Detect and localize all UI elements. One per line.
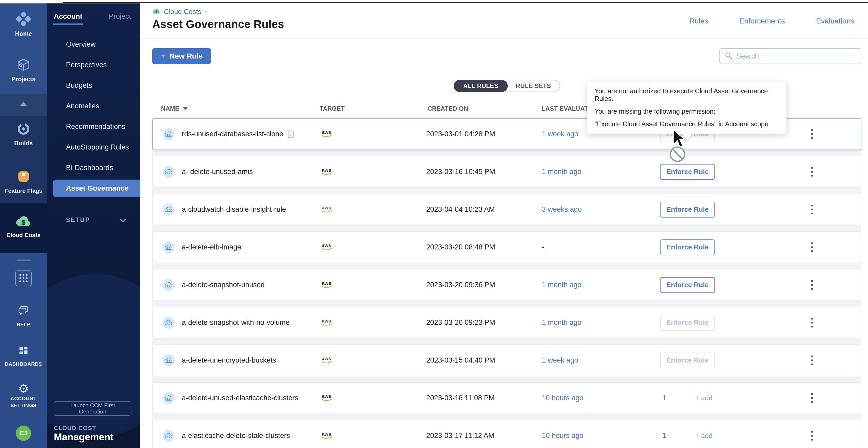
module-switcher-button[interactable] — [0, 270, 47, 286]
table-row[interactable]: a-delete-unused-elasticache-clustersaws2… — [152, 382, 861, 414]
column-header-name[interactable]: NAME — [161, 105, 179, 112]
sidebar-item-perspectives[interactable]: Perspectives — [47, 55, 140, 75]
enforce-rule-button[interactable]: Enforce Rule — [660, 277, 715, 293]
tab-account[interactable]: Account — [54, 12, 82, 21]
sidebar-item-asset-governance[interactable]: Asset Governance — [53, 179, 140, 197]
rule-name-link[interactable]: a-delete-unused-elasticache-clusters — [182, 394, 298, 402]
sidebar-item-autostopping-rules[interactable]: AutoStopping Rules — [47, 137, 140, 158]
rail-item-home[interactable]: Home — [0, 11, 47, 37]
copy-icon[interactable] — [287, 130, 294, 138]
last-evaluation-value: 3 weeks ago — [542, 205, 660, 214]
page-header: $ Cloud Costs › Asset Governance Rules R… — [140, 3, 868, 39]
rail-item-label: Projects — [11, 76, 36, 83]
rail-item-help[interactable]: ? HELP — [0, 305, 47, 328]
kebab-menu-button[interactable] — [808, 127, 815, 142]
sidebar-item-bi-dashboards[interactable]: BI Dashboards — [47, 158, 140, 178]
aws-logo-icon: aws — [319, 393, 333, 404]
sidebar-item-budgets[interactable]: Budgets — [47, 75, 140, 96]
sidebar-item-overview[interactable]: Overview — [47, 34, 140, 55]
cloud-costs-icon: $ — [152, 8, 161, 15]
add-enforcement-link[interactable]: + add — [695, 394, 713, 402]
page-title: Asset Governance Rules — [152, 18, 284, 31]
add-enforcement-link[interactable]: + add — [695, 432, 713, 440]
rule-name-link[interactable]: a-delete-snapshot-with-no-volume — [182, 318, 289, 327]
all-rules-segment[interactable]: ALL RULES — [454, 80, 508, 92]
search-input[interactable] — [736, 52, 856, 60]
enforce-rule-button[interactable]: Enforce Rule — [660, 164, 715, 180]
kebab-menu-button[interactable] — [808, 390, 815, 406]
rule-name-link[interactable]: a-delete-elb-image — [182, 243, 241, 251]
kebab-menu-button[interactable] — [808, 202, 815, 217]
rail-item-cloud-costs[interactable]: $ Cloud Costs — [0, 214, 47, 239]
enforce-rule-button[interactable]: Enforce Rule — [660, 202, 715, 217]
enforce-rule-button[interactable]: Enforce Rule — [660, 239, 715, 255]
rail-item-projects[interactable]: Projects — [0, 58, 47, 83]
rule-name-link[interactable]: a-delete-snapshot-unused — [182, 281, 265, 289]
rule-name-link[interactable]: a-cloudwatch-disable-insight-rule — [182, 205, 286, 214]
table-row[interactable]: a-delete-snapshot-unusedaws2023-03-20 09… — [152, 269, 861, 301]
new-rule-button[interactable]: + New Rule — [152, 48, 211, 64]
tab-rules[interactable]: Rules — [689, 17, 708, 25]
kebab-menu-button[interactable] — [808, 353, 815, 368]
rule-name-link[interactable]: a-delete-unencrypted-buckets — [182, 356, 276, 365]
cloud-dollar-icon: $ — [14, 214, 32, 229]
rail-item-label: Home — [15, 30, 32, 37]
aws-logo-icon: aws — [319, 242, 333, 252]
rail-collapse-button[interactable] — [0, 102, 47, 106]
tab-project[interactable]: Project — [109, 12, 131, 21]
table-row[interactable]: a-delete-elb-imageaws2023-03-20 08:48 PM… — [152, 231, 861, 263]
rule-icon — [163, 204, 175, 216]
rail-item-feature-flags[interactable]: Feature Flags — [0, 169, 47, 194]
table-row[interactable]: a-delete-unencrypted-bucketsaws2023-03-1… — [152, 344, 861, 376]
rule-icon — [163, 317, 175, 329]
kebab-menu-button[interactable] — [808, 277, 815, 292]
launch-ccm-first-gen-button[interactable]: Launch CCM First Generation — [54, 401, 131, 416]
svg-text:aws: aws — [322, 280, 331, 286]
svg-text:aws: aws — [322, 243, 331, 248]
setup-section-toggle[interactable]: SETUP — [47, 214, 140, 226]
rules-table-body: rds-unused-databases-list-cloneaws2023-0… — [152, 118, 861, 448]
created-on-value: 2023-03-20 09:23 PM — [426, 318, 542, 327]
sidebar-item-recommendations[interactable]: Recommendations — [47, 116, 140, 137]
kebab-menu-button[interactable] — [808, 315, 815, 330]
rule-name-link[interactable]: a-elasticache-delete-stale-clusters — [182, 432, 290, 440]
tab-evaluations[interactable]: Evaluations — [816, 17, 854, 25]
table-row[interactable]: a- delete-unused-amisaws2023-03-16 10:45… — [152, 156, 861, 188]
rule-name-link[interactable]: a- delete-unused-amis — [182, 168, 253, 176]
last-evaluation-value: 1 month ago — [542, 281, 660, 289]
table-row[interactable]: a-cloudwatch-disable-insight-ruleaws2023… — [152, 194, 861, 226]
created-on-value: 2023-03-16 10:45 PM — [426, 168, 542, 176]
rule-name-link[interactable]: rds-unused-databases-list-clone — [182, 130, 283, 138]
aws-logo-icon: aws — [319, 129, 333, 139]
table-row[interactable]: a-elasticache-delete-stale-clustersaws20… — [152, 420, 861, 448]
rule-icon — [163, 166, 175, 178]
table-row[interactable]: a-delete-snapshot-with-no-volumeaws2023-… — [152, 307, 861, 339]
last-evaluation-value: 1 month ago — [542, 168, 660, 176]
rail-item-label: HELP — [17, 321, 31, 328]
rail-item-builds[interactable]: Builds — [0, 122, 47, 147]
avatar-initials: CJ — [16, 425, 31, 441]
rule-icon — [163, 430, 175, 442]
rail-item-dashboards[interactable]: DASHBOARDS — [0, 345, 47, 368]
breadcrumb-cloud-costs-link[interactable]: Cloud Costs — [164, 8, 202, 16]
sidebar-item-anomalies[interactable]: Anomalies — [47, 96, 140, 116]
cube-icon — [17, 58, 31, 73]
sort-caret-icon[interactable] — [183, 107, 188, 110]
rule-sets-segment[interactable]: RULE SETS — [507, 80, 559, 92]
column-header-created-on: CREATED ON — [428, 105, 541, 112]
svg-text:aws: aws — [322, 356, 331, 361]
svg-text:aws: aws — [322, 130, 331, 135]
rail-item-account-settings[interactable]: ⚙ ACCOUNT SETTINGS — [0, 383, 47, 409]
ccm-sidebar: Account Project OverviewPerspectivesBudg… — [47, 3, 140, 448]
rule-icon — [163, 392, 175, 404]
kebab-menu-button[interactable] — [808, 240, 815, 255]
harness-logo-icon — [16, 11, 31, 28]
kebab-menu-button[interactable] — [808, 164, 815, 179]
sidebar-item-label: Budgets — [66, 81, 92, 90]
svg-text:$: $ — [22, 219, 25, 226]
rail-item-label: ACCOUNT SETTINGS — [4, 395, 43, 409]
user-avatar[interactable]: CJ — [0, 425, 47, 441]
kebab-menu-button[interactable] — [808, 428, 815, 443]
created-on-value: 2023-03-15 04:40 PM — [426, 356, 542, 365]
tab-enforcements[interactable]: Enforcements — [739, 17, 785, 25]
